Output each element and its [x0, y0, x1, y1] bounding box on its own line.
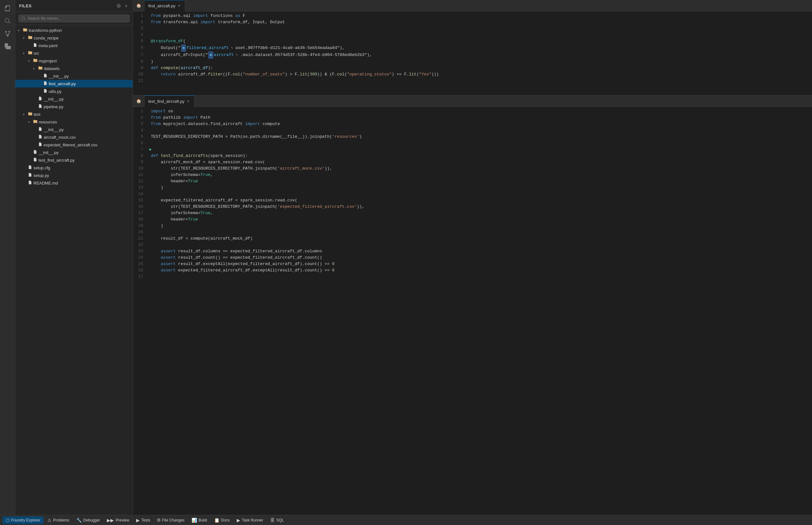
- line-content: from pathlib import Path: [148, 115, 812, 121]
- line-content: TEST_RESOURCES_DIRECTORY_PATH = Path(os.…: [148, 134, 812, 140]
- tree-item-test[interactable]: ▾test: [15, 110, 133, 118]
- tab-test-find-aircraft[interactable]: test_find_aircraft.py ×: [145, 95, 194, 107]
- tab-close-button-2[interactable]: ×: [186, 99, 190, 103]
- tree-item-resources[interactable]: ▾resources: [15, 118, 133, 126]
- tree-item-test_find_aircraft_py[interactable]: test_find_aircraft.py: [15, 156, 133, 164]
- tree-item-src[interactable]: ▾src: [15, 49, 133, 57]
- line-content: expected_filtered_aircraft_df = spark_se…: [148, 197, 812, 204]
- home-button-2[interactable]: 🏠: [133, 95, 145, 107]
- tree-item-__init__py2[interactable]: __init__.py: [15, 95, 133, 103]
- code-editor-2[interactable]: 1import os2from pathlib import Path3from…: [133, 107, 812, 515]
- tree-item-find_aircraft_py[interactable]: find_aircraft.py···: [15, 80, 133, 88]
- tree-item-label: find_aircraft.py: [49, 81, 76, 86]
- tab-close-button[interactable]: ×: [177, 3, 181, 8]
- tree-item-content: expected_filtered_aircraft.csv: [33, 142, 130, 147]
- code-line: 10 str(TEST_RESOURCES_DIRECTORY_PATH.joi…: [133, 165, 812, 172]
- file-icon: [33, 158, 37, 163]
- tree-item-content: __init__.py: [33, 127, 130, 132]
- file-icon: [38, 104, 42, 109]
- home-button-1[interactable]: 🏠: [133, 0, 145, 12]
- status-item-preview[interactable]: ▶▶Preview: [104, 516, 132, 524]
- task-runner-label: Task Runner: [242, 518, 263, 523]
- tree-item-pipeline_py[interactable]: pipeline.py: [15, 103, 133, 110]
- status-item-docs[interactable]: 📋Docs: [211, 516, 233, 524]
- tree-item-__init__py3[interactable]: __init__.py: [15, 126, 133, 133]
- code-line: 13 ): [133, 184, 812, 191]
- tree-item-content: test_find_aircraft.py: [28, 158, 130, 163]
- tree-item-label: test_find_aircraft.py: [39, 158, 74, 163]
- tree-item-aircraft_mock_csv[interactable]: aircraft_mock.csv: [15, 133, 133, 141]
- run-indicator-icon[interactable]: ▶: [148, 146, 153, 153]
- tree-item-label: aircraft_mock.csv: [44, 135, 76, 140]
- tree-item-__init__py[interactable]: __init__.py: [15, 72, 133, 80]
- code-line: 11: [133, 78, 812, 84]
- tree-item-label: test: [34, 112, 41, 117]
- line-content: [148, 146, 812, 153]
- status-item-debugger[interactable]: 🔧Debugger: [73, 516, 103, 524]
- tree-item-conda_recipe[interactable]: ▾conda_recipe: [15, 34, 133, 42]
- activity-scm[interactable]: [2, 28, 13, 40]
- file-changes-label: File Changes: [162, 518, 184, 523]
- line-content: [148, 229, 812, 236]
- tree-item-datasets[interactable]: ▾datasets: [15, 64, 133, 72]
- code-line: 21 result_df = compute(aircraft_mock_df): [133, 236, 812, 242]
- code-line: 11 inferSchema=True,: [133, 172, 812, 178]
- status-item-sql[interactable]: 🗄SQL: [267, 516, 287, 524]
- add-file-button[interactable]: +: [123, 2, 129, 10]
- tree-item-utils_py[interactable]: utils.py: [15, 88, 133, 95]
- tree-item-content: ▾datasets: [33, 66, 130, 71]
- status-item-foundry-explorer[interactable]: ⬡Foundry Explorer: [2, 516, 44, 524]
- status-item-problems[interactable]: ⚠Problems: [44, 516, 73, 524]
- tree-item-label: meta.yaml: [39, 43, 58, 48]
- code-line: 9 aircraft_mock_df = spark_session.read.…: [133, 159, 812, 165]
- code-editor-1[interactable]: 1from pyspark.sql import functions as F2…: [133, 12, 812, 95]
- status-item-task-runner[interactable]: ▶Task Runner: [234, 516, 266, 524]
- docs-icon: 📋: [214, 518, 220, 523]
- status-item-build[interactable]: 📊Build: [189, 516, 210, 524]
- file-icon: [33, 150, 37, 155]
- activity-search[interactable]: [2, 15, 13, 27]
- tree-item-expected_filtered_aircraft_csv[interactable]: expected_filtered_aircraft.csv: [15, 141, 133, 149]
- tree-item-myproject[interactable]: ▾myproject: [15, 57, 133, 64]
- tree-item-content: ▾myproject: [28, 58, 130, 64]
- foundry-explorer-label: Foundry Explorer: [11, 518, 41, 523]
- problems-icon: ⚠: [47, 518, 51, 523]
- tree-item-README_md[interactable]: README.md: [15, 179, 133, 187]
- folder-icon: [28, 35, 32, 41]
- status-item-tests[interactable]: ▶Tests: [133, 516, 153, 524]
- tree-item-label: __init__.py: [49, 74, 69, 79]
- line-number: 20: [133, 229, 148, 236]
- tab-find-aircraft[interactable]: find_aircraft.py ×: [145, 0, 185, 12]
- file-icon: [43, 81, 47, 86]
- tree-item-transforms-python[interactable]: ▾transforms-python: [15, 26, 133, 34]
- activity-files[interactable]: [2, 2, 13, 14]
- tree-item-content: ▾conda_recipe: [23, 35, 130, 41]
- tree-item-label: README.md: [33, 181, 58, 185]
- search-input[interactable]: [28, 16, 126, 21]
- line-number: 9: [133, 65, 148, 71]
- file-icon: [28, 173, 32, 178]
- preview-icon: ▶▶: [107, 518, 114, 523]
- tree-item-__init__py4[interactable]: __init__.py: [15, 149, 133, 156]
- tree-item-label: datasets: [44, 66, 60, 71]
- activity-git[interactable]: [2, 41, 13, 52]
- line-number: 18: [133, 216, 148, 223]
- code-line: 15 expected_filtered_aircraft_df = spark…: [133, 197, 812, 204]
- line-number: 5: [133, 38, 148, 45]
- tree-item-setup_cfg[interactable]: setup.cfg: [15, 164, 133, 171]
- tree-item-content: ▾src: [23, 50, 130, 56]
- line-number: 24: [133, 255, 148, 261]
- tab-label: find_aircraft.py: [148, 3, 175, 8]
- line-content: [148, 26, 812, 32]
- line-number: 15: [133, 197, 148, 204]
- code-line: 27: [133, 274, 812, 280]
- settings-button[interactable]: ⚙: [115, 2, 122, 10]
- status-item-file-changes[interactable]: ⧉File Changes: [154, 516, 188, 524]
- line-number: 25: [133, 261, 148, 267]
- code-line: 1from pyspark.sql import functions as F: [133, 13, 812, 19]
- svg-point-0: [5, 31, 7, 32]
- sql-icon: 🗄: [270, 518, 275, 523]
- tree-item-setup_py[interactable]: setup.py: [15, 171, 133, 179]
- problems-label: Problems: [53, 518, 69, 523]
- tree-item-meta.yaml[interactable]: meta.yaml: [15, 42, 133, 49]
